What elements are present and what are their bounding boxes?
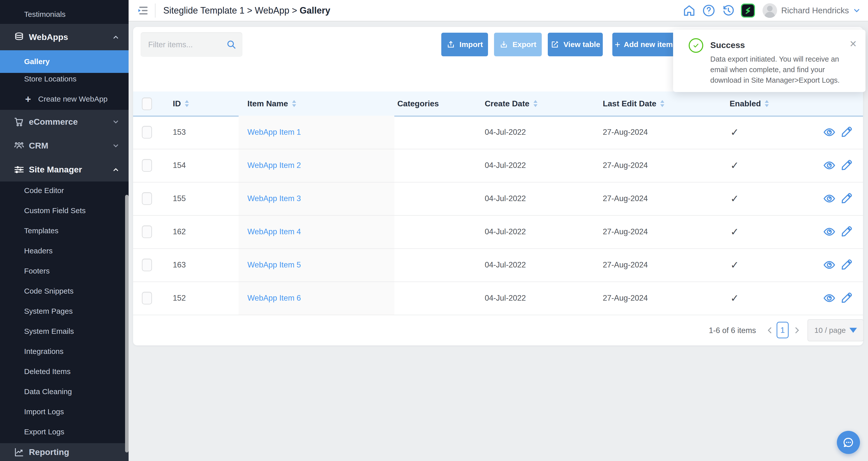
sidebar-section-reporting[interactable]: Reporting — [0, 443, 129, 461]
user-chevron-down-icon[interactable] — [852, 6, 861, 15]
column-label: Last Edit Date — [603, 99, 656, 108]
column-header-enabled[interactable]: Enabled — [730, 91, 769, 116]
sidebar-item-system-pages[interactable]: System Pages — [0, 301, 129, 321]
sort-icon[interactable] — [185, 99, 189, 108]
column-header-last-edit-date[interactable]: Last Edit Date — [603, 91, 664, 116]
sidebar-item-footers[interactable]: Footers — [0, 261, 129, 281]
item-name-link[interactable]: WebApp Item 3 — [247, 182, 301, 215]
pagination-range: 1-6 of 6 items — [709, 315, 756, 346]
search-icon[interactable] — [226, 39, 237, 50]
sidebar-item-label: System Pages — [24, 307, 72, 315]
sort-icon[interactable] — [765, 99, 769, 108]
sidebar-item-export-logs[interactable]: Export Logs — [0, 422, 129, 442]
edit-item-pencil-icon[interactable] — [840, 282, 853, 315]
table-row: 153 WebApp Item 1 04-Jul-2022 27-Aug-202… — [133, 116, 863, 149]
sidebar-item-create-new-webapp[interactable]: + Create new WebApp — [0, 89, 129, 109]
breadcrumb[interactable]: Siteglide Template 1 > WebApp > Gallery — [163, 0, 330, 21]
cell-create-date: 04-Jul-2022 — [485, 116, 526, 149]
view-item-eye-icon[interactable] — [823, 116, 836, 149]
user-name[interactable]: Richard Hendricks — [781, 6, 849, 15]
sidebar-item-label: Templates — [24, 227, 59, 235]
view-item-eye-icon[interactable] — [823, 149, 836, 182]
help-icon[interactable] — [702, 3, 716, 18]
column-header-item-name[interactable]: Item Name — [247, 91, 296, 116]
sidebar-item-deleted-items[interactable]: Deleted Items — [0, 362, 129, 381]
sidebar-item-integrations[interactable]: Integrations — [0, 341, 129, 362]
row-checkbox[interactable] — [142, 259, 152, 271]
edit-item-pencil-icon[interactable] — [840, 116, 853, 149]
current-page-button[interactable]: 1 — [777, 322, 788, 338]
sidebar-item-code-snippets[interactable]: Code Snippets — [0, 281, 129, 301]
column-header-create-date[interactable]: Create Date — [485, 91, 537, 116]
sidebar-item-store-locations[interactable]: Store Locations — [0, 69, 129, 89]
success-check-icon — [689, 38, 703, 53]
sidebar-item-label: Code Snippets — [24, 287, 73, 295]
page-size-select[interactable]: 10 / page — [807, 319, 864, 341]
item-name-link[interactable]: WebApp Item 4 — [247, 215, 301, 248]
view-table-button[interactable]: View table — [548, 33, 603, 56]
filter-input[interactable] — [148, 32, 224, 57]
cart-icon — [13, 116, 25, 127]
view-item-eye-icon[interactable] — [823, 215, 836, 248]
sidebar-section-webapps[interactable]: WebApps — [0, 24, 129, 50]
sidebar-item-testimonials[interactable]: Testimonials — [0, 4, 129, 24]
edit-item-pencil-icon[interactable] — [840, 248, 853, 282]
item-name-link[interactable]: WebApp Item 2 — [247, 149, 301, 182]
row-checkbox[interactable] — [142, 292, 152, 305]
sidebar-item-custom-field-sets[interactable]: Custom Field Sets — [0, 201, 129, 221]
sort-icon[interactable] — [660, 99, 664, 108]
sidebar-section-ecommerce[interactable]: eCommerce — [0, 110, 129, 134]
close-icon[interactable]: ✕ — [849, 39, 857, 49]
sidebar-item-templates[interactable]: Templates — [0, 221, 129, 241]
column-header-id[interactable]: ID — [173, 91, 189, 116]
cell-last-edit-date: 27-Aug-2024 — [603, 149, 648, 182]
sidebar-item-headers[interactable]: Headers — [0, 241, 129, 261]
home-icon[interactable] — [682, 3, 696, 18]
view-item-eye-icon[interactable] — [823, 282, 836, 315]
history-icon[interactable] — [721, 3, 735, 18]
view-item-eye-icon[interactable] — [823, 182, 836, 215]
import-button[interactable]: Import — [441, 33, 488, 56]
row-checkbox[interactable] — [142, 192, 152, 205]
table-row: 163 WebApp Item 5 04-Jul-2022 27-Aug-202… — [133, 248, 863, 282]
next-page-icon[interactable] — [792, 325, 802, 335]
item-name-link[interactable]: WebApp Item 1 — [247, 116, 301, 149]
sidebar-item-label: Testimonials — [24, 10, 66, 19]
sidebar-section-site-manager[interactable]: Site Manager — [0, 157, 129, 181]
siteglide-logo[interactable] — [741, 3, 755, 18]
edit-item-pencil-icon[interactable] — [840, 215, 853, 248]
export-button[interactable]: Export — [494, 33, 542, 56]
add-new-item-button[interactable]: + Add new item — [612, 33, 675, 56]
collapse-sidebar-icon[interactable] — [137, 4, 149, 17]
view-item-eye-icon[interactable] — [823, 248, 836, 282]
sidebar-item-system-emails[interactable]: System Emails — [0, 321, 129, 341]
sort-icon[interactable] — [533, 99, 537, 108]
select-all-checkbox[interactable] — [142, 97, 152, 110]
cell-last-edit-date: 27-Aug-2024 — [603, 282, 648, 315]
sidebar-item-data-cleaning[interactable]: Data Cleaning — [0, 381, 129, 402]
sidebar-item-code-editor[interactable]: Code Editor — [0, 180, 129, 201]
sidebar-scrollbar-thumb[interactable] — [125, 195, 129, 453]
sidebar-section-crm[interactable]: CRM — [0, 134, 129, 157]
sort-icon[interactable] — [292, 99, 296, 108]
sidebar-item-import-logs[interactable]: Import Logs — [0, 402, 129, 422]
sliders-icon — [13, 164, 25, 175]
avatar-body — [765, 12, 775, 18]
avatar[interactable] — [763, 3, 777, 18]
cell-id: 152 — [173, 282, 186, 315]
row-checkbox[interactable] — [142, 126, 152, 139]
edit-item-pencil-icon[interactable] — [840, 149, 853, 182]
item-name-link[interactable]: WebApp Item 6 — [247, 282, 301, 315]
breadcrumb-prefix[interactable]: Siteglide Template 1 > WebApp > — [163, 5, 300, 16]
cell-last-edit-date: 27-Aug-2024 — [603, 116, 648, 149]
success-toast: Success ✕ Data export initiated. You wil… — [673, 30, 866, 92]
previous-page-icon[interactable] — [765, 325, 775, 335]
edit-item-pencil-icon[interactable] — [840, 182, 853, 215]
chat-fab-button[interactable] — [837, 431, 860, 454]
column-header-categories[interactable]: Categories — [397, 91, 439, 116]
sidebar-item-label: Custom Field Sets — [24, 206, 86, 215]
row-checkbox[interactable] — [142, 226, 152, 238]
sidebar-item-label: Create new WebApp — [38, 95, 107, 103]
item-name-link[interactable]: WebApp Item 5 — [247, 248, 301, 282]
row-checkbox[interactable] — [142, 159, 152, 172]
